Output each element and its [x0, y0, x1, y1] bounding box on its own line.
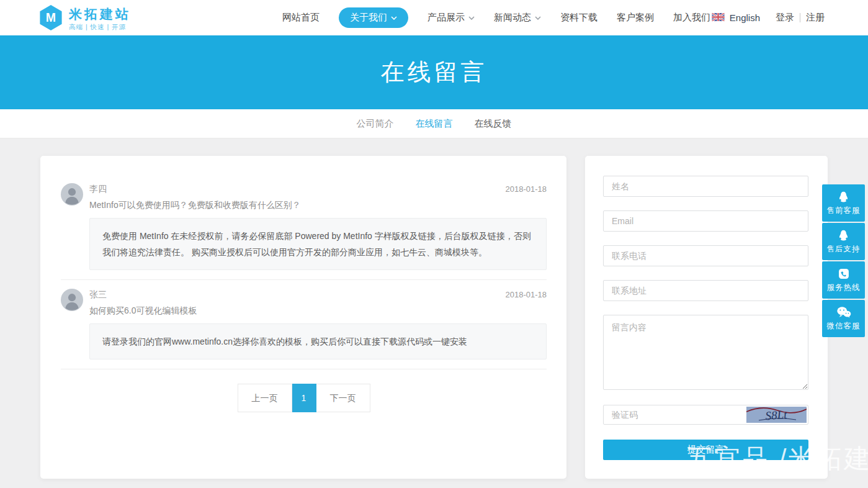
message-board: 李四 2018-01-18 MetInfo可以免费使用吗？免费版和收费版有什么区… — [40, 156, 566, 479]
wechat-icon — [836, 305, 851, 319]
user-avatar-icon — [61, 289, 83, 311]
register-link[interactable]: 注册 — [806, 12, 825, 24]
message-question: MetInfo可以免费使用吗？免费版和收费版有什么区别？ — [89, 199, 547, 211]
captcha-image[interactable]: S8Lt — [746, 407, 807, 423]
top-navbar: M 米拓建站 高端 | 快速 | 开源 网站首页 关于我们 产品展示 新闻动态 — [0, 0, 868, 35]
language-switch[interactable]: English — [712, 12, 760, 23]
account-area: English 登录 注册 — [712, 0, 825, 35]
svg-text:S8Lt: S8Lt — [765, 408, 788, 422]
message-question: 如何购买6.0可视化编辑模板 — [89, 304, 547, 317]
logo-hexagon-icon: M — [38, 4, 63, 34]
nav-item-join[interactable]: 加入我们 — [673, 12, 710, 24]
page: M 米拓建站 高端 | 快速 | 开源 网站首页 关于我们 产品展示 新闻动态 — [0, 0, 868, 488]
divider — [61, 369, 547, 369]
nav-item-products[interactable]: 产品展示 — [427, 12, 475, 24]
login-link[interactable]: 登录 — [776, 12, 794, 24]
chevron-down-icon — [535, 16, 541, 20]
divider — [800, 13, 800, 22]
flag-icon — [712, 12, 725, 23]
nav-item-about[interactable]: 关于我们 — [339, 7, 408, 28]
user-avatar-icon — [61, 183, 83, 206]
service-float-bar: 售前客服 售后支持 服务热线 — [822, 184, 865, 338]
message-item: 李四 2018-01-18 MetInfo可以免费使用吗？免费版和收费版有什么区… — [61, 183, 547, 270]
message-date: 2018-01-18 — [506, 289, 547, 300]
message-date: 2018-01-18 — [506, 183, 547, 195]
message-reply: 请登录我们的官网www.metinfo.cn选择你喜欢的模板，购买后你可以直接下… — [89, 323, 547, 359]
svg-text:M: M — [46, 11, 56, 24]
logo-tagline: 高端 | 快速 | 开源 — [69, 23, 131, 32]
qq-icon — [837, 228, 850, 242]
phone-field[interactable] — [603, 245, 808, 266]
nav-item-news[interactable]: 新闻动态 — [494, 12, 541, 24]
pagination-page-1[interactable]: 1 — [292, 384, 316, 412]
aftersale-support-button[interactable]: 售后支持 — [822, 223, 865, 260]
site-logo[interactable]: M 米拓建站 高端 | 快速 | 开源 — [38, 4, 131, 34]
subnav-item-company-profile[interactable]: 公司简介 — [357, 118, 394, 130]
address-field[interactable] — [603, 280, 808, 301]
language-label: English — [730, 12, 760, 23]
message-form: S8Lt 提交留言 — [585, 156, 828, 479]
nav-item-downloads[interactable]: 资料下载 — [560, 12, 597, 24]
nav-item-home[interactable]: 网站首页 — [282, 12, 320, 24]
name-field[interactable] — [603, 176, 808, 197]
sub-nav: 公司简介 在线留言 在线反馈 — [0, 109, 868, 138]
subnav-item-online-message[interactable]: 在线留言 — [416, 118, 453, 130]
wechat-service-button[interactable]: 微信客服 — [822, 300, 865, 337]
email-field[interactable] — [603, 210, 808, 232]
message-item: 张三 2018-01-18 如何购买6.0可视化编辑模板 请登录我们的官网www… — [61, 289, 547, 359]
chevron-down-icon — [468, 16, 475, 20]
message-author: 李四 — [89, 183, 107, 195]
nav-item-cases[interactable]: 客户案例 — [617, 12, 654, 24]
logo-name: 米拓建站 — [69, 7, 131, 22]
page-title: 在线留言 — [381, 56, 488, 88]
phone-icon — [838, 267, 850, 281]
pagination-prev-button[interactable]: 上一页 — [238, 384, 292, 412]
submit-message-button[interactable]: 提交留言 — [603, 440, 808, 460]
qq-icon — [837, 190, 850, 204]
presale-service-button[interactable]: 售前客服 — [822, 184, 865, 222]
pagination-next-button[interactable]: 下一页 — [316, 384, 370, 412]
service-hotline-button[interactable]: 服务热线 — [822, 261, 865, 299]
message-author: 张三 — [89, 289, 107, 300]
main-nav: 网站首页 关于我们 产品展示 新闻动态 资料下载 客户案例 加入我们 — [282, 0, 710, 35]
message-content-field[interactable] — [603, 315, 808, 390]
message-reply: 免费使用 MetInfo 在未经授权前，请务必保留底部 Powered by M… — [89, 218, 547, 270]
divider — [61, 279, 547, 280]
chevron-down-icon — [391, 16, 397, 20]
page-banner: 在线留言 — [0, 35, 868, 109]
pagination: 上一页 1 下一页 — [61, 384, 547, 412]
subnav-item-online-feedback[interactable]: 在线反馈 — [475, 118, 512, 130]
